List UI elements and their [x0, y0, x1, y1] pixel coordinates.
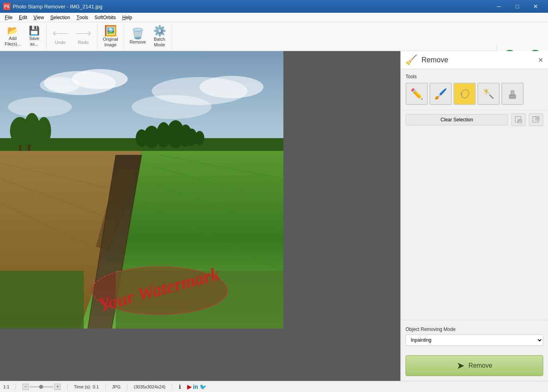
add-files-button[interactable]: 📂 AddFile(s)... [2, 25, 24, 49]
menu-bar: File Edit View Selection Tools SoftOrbit… [0, 13, 548, 22]
youtube-icon[interactable]: ▶ [187, 384, 192, 390]
window-controls: ─ □ ✕ [490, 0, 545, 13]
save-as-label: Saveas... [29, 36, 39, 46]
toolbar-group-edit: ⟵ Undo ⟶ Redo [49, 24, 97, 49]
removing-mode-label: Object Removing Mode [406, 327, 543, 332]
toolbox-header: 🧹 Remove ✕ [401, 51, 548, 69]
redo-icon: ⟶ [75, 28, 91, 39]
svg-point-38 [461, 93, 462, 95]
svg-point-5 [200, 76, 263, 98]
undo-button[interactable]: ⟵ Undo [49, 25, 71, 49]
removing-mode-dropdown[interactable]: Inpainting Color Average Smart Fill [406, 335, 543, 346]
load-selection-icon [514, 116, 522, 124]
svg-point-2 [72, 69, 128, 89]
status-divider-1 [16, 384, 16, 390]
svg-line-39 [489, 95, 493, 99]
linkedin-icon[interactable]: in [193, 384, 198, 390]
save-as-button[interactable]: 💾 Saveas... [25, 25, 44, 49]
remove-toolbar-label: Remove [130, 40, 146, 45]
batch-mode-icon: ⚙️ [153, 26, 166, 36]
pencil-tool-button[interactable]: ✏️ [406, 83, 428, 105]
title-bar: PS Photo Stamp Remover - IMG_2141.jpg ─ … [0, 0, 548, 13]
zoom-thumb [39, 385, 43, 389]
menu-tools[interactable]: Tools [73, 13, 91, 22]
batch-mode-button[interactable]: ⚙️ BatchMode ▼ [150, 25, 169, 49]
toolbox-header-left: 🧹 Remove [406, 54, 448, 65]
svg-point-15 [195, 131, 204, 145]
time-display: Time (s): 0.1 [74, 384, 99, 389]
svg-rect-47 [510, 95, 515, 96]
minimize-button[interactable]: ─ [490, 0, 508, 13]
add-files-label: AddFile(s)... [5, 36, 21, 46]
removing-mode-section: Object Removing Mode Inpainting Color Av… [401, 320, 548, 350]
remove-toolbar-button[interactable]: 🗑️ Remove [127, 25, 149, 49]
freeform-select-tool-button[interactable] [453, 83, 476, 105]
svg-point-6 [8, 97, 72, 117]
toolbar-group-remove: 🗑️ Remove ⚙️ BatchMode ▼ [127, 24, 172, 49]
freeform-select-icon [458, 87, 471, 100]
time-value: 0.1 [93, 384, 99, 389]
magic-wand-icon [482, 87, 495, 100]
info-icon[interactable]: ℹ [179, 384, 181, 390]
original-image-icon: 🖼️ [104, 26, 117, 36]
zoom-slider[interactable] [30, 386, 53, 388]
app-icon: PS [3, 3, 10, 10]
toolbox-title: Remove [421, 56, 448, 64]
menu-view[interactable]: View [30, 13, 47, 22]
load-selection-button[interactable] [511, 113, 526, 126]
svg-line-44 [484, 93, 485, 94]
zoom-controls: − + [22, 384, 61, 390]
svg-line-43 [488, 89, 489, 90]
menu-help[interactable]: Help [119, 13, 135, 22]
zoom-out-button[interactable]: − [22, 384, 29, 390]
window-title: Photo Stamp Remover - IMG_2141.jpg [13, 4, 103, 10]
svg-point-3 [40, 77, 80, 93]
menu-softorbits[interactable]: SoftOrbits [91, 13, 119, 22]
status-divider-5 [172, 384, 172, 390]
menu-selection[interactable]: Selection [47, 13, 73, 22]
zoom-ratio-value: 1:1 [3, 384, 9, 389]
remove-button-container: ➤ Remove [401, 350, 548, 381]
svg-rect-55 [536, 117, 538, 119]
toolbox-close-button[interactable]: ✕ [538, 56, 543, 64]
status-divider-2 [67, 384, 67, 390]
save-as-icon: 💾 [29, 26, 40, 35]
selection-buttons-row: Clear Selection [401, 110, 548, 129]
add-files-icon: 📂 [7, 26, 18, 35]
toolbar-group-files: 📂 AddFile(s)... 💾 Saveas... [2, 24, 47, 49]
original-image-label: OriginalImage [103, 37, 118, 47]
social-icons: ▶ in 🐦 [187, 384, 206, 390]
photo-container: Your Watermark [0, 51, 283, 329]
undo-icon: ⟵ [52, 28, 68, 39]
toolbox-eraser-icon: 🧹 [406, 54, 417, 65]
close-button[interactable]: ✕ [526, 0, 545, 13]
menu-edit[interactable]: Edit [16, 13, 30, 22]
twitter-icon[interactable]: 🐦 [200, 384, 206, 390]
svg-point-13 [136, 129, 148, 147]
tools-grid: ✏️ 🖌️ [406, 83, 543, 105]
magic-wand-tool-button[interactable] [477, 83, 500, 105]
dimensions-value: (3035x3024x24) [134, 384, 166, 389]
canvas-area[interactable]: Your Watermark [0, 51, 400, 381]
info-icon-container: ℹ [179, 384, 181, 390]
svg-rect-34 [0, 271, 84, 329]
zoom-ratio: 1:1 [3, 384, 9, 389]
zoom-in-button[interactable]: + [54, 384, 61, 390]
brush-tool-button[interactable]: 🖌️ [429, 83, 452, 105]
stamp-tool-button[interactable] [501, 83, 524, 105]
clear-selection-button[interactable]: Clear Selection [406, 114, 508, 125]
remove-button[interactable]: ➤ Remove [406, 355, 543, 376]
save-selection-button[interactable] [529, 113, 543, 126]
redo-button[interactable]: ⟶ Redo [72, 25, 95, 49]
save-selection-icon [532, 116, 540, 124]
stamp-icon [506, 87, 519, 100]
dimensions-display: (3035x3024x24) [134, 384, 166, 389]
redo-label: Redo [78, 40, 89, 45]
main-area: Your Watermark 🧹 Remove ✕ Tools ✏️ 🖌️ [0, 51, 548, 381]
batch-mode-label: BatchMode [154, 37, 165, 47]
maximize-button[interactable]: □ [508, 0, 526, 13]
remove-toolbar-icon: 🗑️ [131, 28, 144, 39]
menu-file[interactable]: File [2, 13, 16, 22]
format-display: JPG [112, 384, 121, 389]
original-image-button[interactable]: 🖼️ OriginalImage [100, 25, 121, 49]
